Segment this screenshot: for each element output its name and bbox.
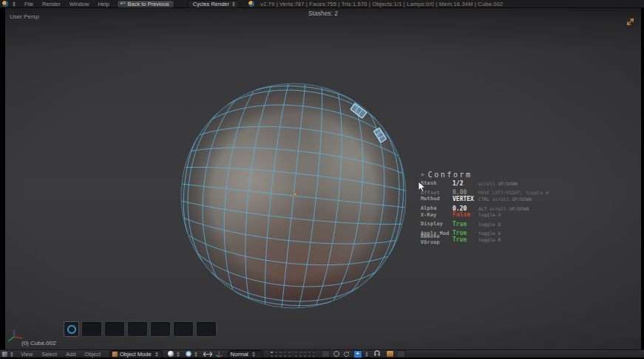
conform-row-offset: Offset0.00MOVE LEFT/RIGHT, toggle W <box>421 190 561 196</box>
conform-hint: toggle X <box>478 212 501 217</box>
conform-value: 1/2 <box>453 180 478 187</box>
conform-row-method: MethodVERTEXCTRL scroll UP/DOWN <box>421 196 561 202</box>
conform-value: VERTEX <box>453 196 478 202</box>
layer-16[interactable] <box>294 355 298 358</box>
layer-12[interactable] <box>299 351 302 354</box>
orientation-select[interactable]: Normal <box>228 350 263 358</box>
layer-grid-2 <box>294 351 316 358</box>
header-menu-object[interactable]: Object <box>80 351 105 358</box>
conform-hint: toggle A <box>478 230 501 236</box>
snap-element-icon[interactable]: + <box>353 350 362 358</box>
layer-15[interactable] <box>312 351 316 354</box>
layer-7[interactable] <box>274 355 278 358</box>
layer-grids <box>268 351 317 358</box>
layer-5[interactable] <box>288 351 291 354</box>
layer-17[interactable] <box>299 355 302 358</box>
menu-file[interactable]: File <box>20 1 38 7</box>
conform-hint: CTRL scroll UP/DOWN <box>478 196 532 202</box>
editor-type-stepper-icon[interactable] <box>13 1 16 7</box>
sphere-body <box>179 83 414 349</box>
stash-slot-2[interactable] <box>81 321 102 337</box>
active-object-label: (0) Cube.002 <box>21 340 56 346</box>
conform-title-text: Conform <box>428 171 472 179</box>
layer-6[interactable] <box>270 355 274 358</box>
layer-1[interactable] <box>270 351 274 354</box>
snap-rotate-icon[interactable] <box>343 351 350 358</box>
conform-row-remove-vgroup: Remove VGroupTruetoggle R <box>421 236 561 243</box>
pivot-stepper-icon[interactable] <box>194 352 197 357</box>
editor-type-stepper-icon-bottom[interactable] <box>10 352 13 357</box>
layer-9[interactable] <box>283 355 287 358</box>
header-menu-select[interactable]: Select <box>37 351 61 358</box>
stash-slot-6[interactable] <box>173 321 194 337</box>
stash-slot-1[interactable] <box>64 321 79 337</box>
layer-19[interactable] <box>308 355 311 358</box>
proportional-editing-icon[interactable] <box>333 351 339 357</box>
conform-label: X-Ray <box>421 212 453 218</box>
conform-row-display: DisplayTruetoggle D <box>421 221 561 228</box>
blender-window: FileRenderWindowHelp ↩ Back to Previous … <box>0 0 644 359</box>
panel-collapse-arrow-icon[interactable]: » <box>421 171 424 178</box>
conform-hint: toggle R <box>478 237 501 242</box>
mode-select[interactable]: Object Mode <box>109 350 163 358</box>
lock-to-scene-icon[interactable] <box>322 350 330 358</box>
layer-2[interactable] <box>274 351 278 354</box>
conform-panel: » Conform Stash1/2scroll UP/DOWNOffset0.… <box>421 170 561 243</box>
expand-panel-icon[interactable] <box>626 17 635 27</box>
layer-4[interactable] <box>283 351 287 354</box>
stash-slot-4[interactable] <box>127 321 148 337</box>
layer-13[interactable] <box>303 351 307 354</box>
layer-20[interactable] <box>312 355 316 358</box>
scene-stats: v2.79 | Verts:787 | Faces:755 | Tris:1,5… <box>260 1 503 7</box>
layer-grid-1 <box>270 351 291 358</box>
render-anim-icon[interactable] <box>397 350 405 358</box>
snap-magnet-icon[interactable] <box>373 350 381 358</box>
3d-viewport[interactable]: Stashes: 2 User Persp <box>5 8 641 349</box>
viewport-header-bar: ViewSelectAddObject Object Mode Normal <box>0 349 644 358</box>
conform-rows: Stash1/2scroll UP/DOWNOffset0.00MOVE LEF… <box>421 180 561 243</box>
stash-slot-5[interactable] <box>150 321 171 337</box>
pivot-point-icon[interactable] <box>186 351 191 357</box>
menu-window[interactable]: Window <box>65 1 94 7</box>
orientation-value: Normal <box>231 351 248 358</box>
conform-hint: MOVE LEFT/RIGHT, toggle W <box>478 190 549 195</box>
viewport-shading-icon[interactable] <box>168 351 174 357</box>
object-origin-dot <box>294 193 296 196</box>
conform-panel-title: » Conform <box>421 170 561 179</box>
layer-14[interactable] <box>308 351 311 354</box>
stash-slot-3[interactable] <box>104 321 125 337</box>
back-button-label: Back to Previous <box>128 1 169 7</box>
shading-stepper-icon[interactable] <box>177 352 180 357</box>
back-to-previous-button[interactable]: ↩ Back to Previous <box>117 0 174 8</box>
layer-18[interactable] <box>303 355 307 358</box>
render-ogl-icon[interactable] <box>386 350 394 358</box>
conform-value: True <box>453 221 478 228</box>
header-menu-add[interactable]: Add <box>61 351 80 358</box>
stash-slot-7[interactable] <box>196 321 217 337</box>
conform-label: Method <box>421 196 453 202</box>
blender-logo-icon <box>2 1 8 7</box>
header-menu-view[interactable]: View <box>16 351 37 358</box>
menu-help[interactable]: Help <box>93 1 113 7</box>
render-engine-select[interactable]: Cycles Render <box>188 0 240 8</box>
layer-8[interactable] <box>279 355 282 358</box>
render-engine-value: Cycles Render <box>193 1 229 7</box>
conform-label: Display <box>421 221 453 227</box>
manipulator-translate-icon[interactable] <box>203 351 212 358</box>
layer-10[interactable] <box>288 355 291 358</box>
layer-11[interactable] <box>294 351 298 354</box>
transform-axes-icon[interactable] <box>215 350 223 358</box>
editor-type-icon[interactable] <box>2 352 7 357</box>
mode-stepper-icon <box>155 352 158 357</box>
engine-stepper-icon <box>232 1 235 7</box>
orientation-stepper-icon <box>252 352 255 357</box>
conform-value: True <box>453 236 478 243</box>
conform-row-alpha: Alpha0.20ALT scroll UP/DOWN <box>421 205 561 212</box>
conform-value: False <box>453 211 478 218</box>
menu-render[interactable]: Render <box>38 1 65 7</box>
object-mode-icon <box>112 352 118 357</box>
snap-stepper-icon[interactable] <box>365 352 368 357</box>
layer-3[interactable] <box>279 351 282 354</box>
header-menus: ViewSelectAddObject <box>16 351 105 358</box>
topbar-menus: FileRenderWindowHelp <box>20 1 114 7</box>
